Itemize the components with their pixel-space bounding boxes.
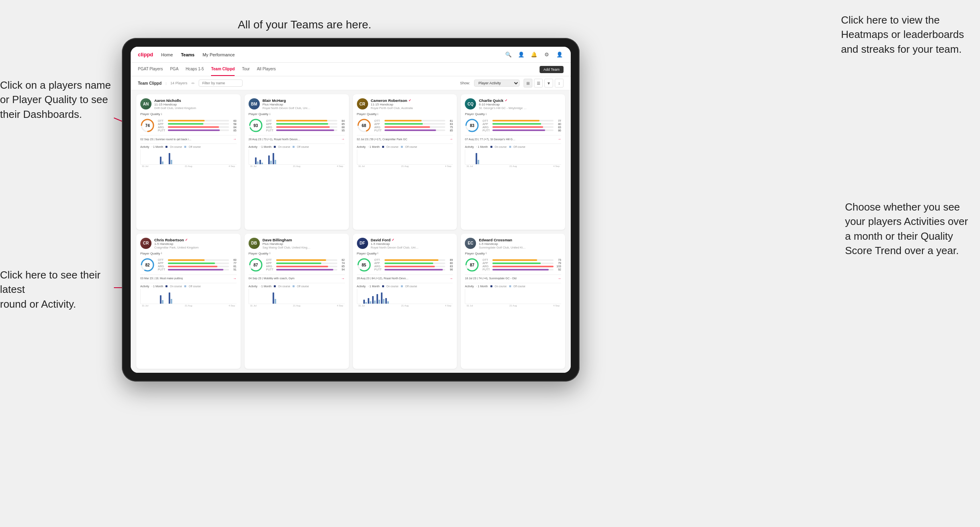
edit-icon[interactable]: ✏ [191,81,195,86]
chart-bar-on [259,160,261,164]
stat-label: ARG [158,265,167,268]
activity-header: Activity · 1 Month On course Off course [357,145,453,148]
player-avatar: CR [357,98,368,109]
bell-icon[interactable]: 🔔 [530,51,538,59]
player-name[interactable]: Chris Robertson ✓ [154,238,237,242]
stat-value: 103 [555,265,561,268]
player-avatar: CR [140,238,151,249]
latest-round[interactable]: 04 Sep 23 | Mobility with coach, Gym → [249,274,345,280]
player-name[interactable]: Aaron Nicholls [154,98,237,103]
activity-section: Activity · 1 Month On course Off course [140,283,237,307]
stat-label: APP [482,123,491,125]
legend-on-label: On course [278,285,290,288]
sub-nav-hcaps[interactable]: Hcaps 1-5 [186,63,204,76]
latest-round[interactable]: 26 Aug 23 | 84 (+12), Royal North Devon … [357,274,453,280]
grid-view-button[interactable]: ⊞ [524,79,532,88]
player-name[interactable]: Charlie Quick ✓ [479,98,561,103]
player-card[interactable]: CQ Charlie Quick ✓ 6-10 Handicap St. Geo… [461,94,565,230]
player-card[interactable]: CR Cameron Robertson ✓ 11-15 Handicap Ro… [353,94,457,230]
player-card[interactable]: BM Blair McHarg Plus Handicap Royal Nort… [245,94,349,230]
stat-label: APP [266,123,275,125]
sub-nav-pga[interactable]: PGA [170,63,178,76]
stat-bar-bg [492,129,554,131]
round-text: 02 Sep 23 | Sunrise round to get back in… [140,138,192,141]
latest-round[interactable]: 26 Aug 23 | 73 (+1), Royal North Devon G… [249,135,345,141]
stat-row-putt: PUTT 85 [374,129,453,132]
round-text: 03 Mar 23 | 19; Must make putting [140,277,183,280]
quality-section: 87 OTT 73 APP 79 ARG 103 PUTT 92 [465,258,561,272]
sub-nav-tour[interactable]: Tour [242,63,249,76]
search-input[interactable] [199,80,243,87]
stat-row-ott: OTT 60 [158,119,237,122]
latest-round[interactable]: 18 Jul 23 | 74 (+4), Sunningdale GC - Ol… [465,274,561,280]
player-card[interactable]: EC Edward Crossman 1-5 Handicap Sunningd… [461,234,565,369]
chart-label-end: 4 Sep [553,304,560,307]
player-card[interactable]: CR Chris Robertson ✓ 1-5 Handicap Craigm… [136,234,241,369]
nav-item-teams[interactable]: Teams [181,52,195,57]
chart-bar-off [387,301,389,304]
player-card[interactable]: DB Dave Billingham Plus Handicap Sag Mai… [245,234,349,369]
quality-section: 82 OTT 60 APP 77 ARG 81 PUTT 91 [140,258,237,272]
latest-round[interactable]: 02 Jul 23 | 59 (+17), Craigmillar Park G… [357,135,453,141]
chart-bar-off [275,160,276,164]
stat-bar-fill [492,123,541,125]
nav-item-home[interactable]: Home [161,52,173,57]
player-card[interactable]: DF David Ford ✓ 1-5 Handicap Royal North… [353,234,457,369]
chart-labels: 31 Jul 21 Aug 4 Sep [357,165,453,167]
list-view-button[interactable]: ☰ [534,79,543,88]
player-handicap: 11-15 Handicap [371,103,453,106]
player-name[interactable]: Blair McHarg [263,98,345,103]
quality-circle[interactable]: 74 [140,118,155,133]
chart-label-mid: 21 Aug [509,304,517,307]
player-name[interactable]: Cameron Robertson ✓ [371,98,453,103]
player-name[interactable]: David Ford ✓ [371,238,453,242]
player-card[interactable]: AN Aaron Nicholls 11-15 Handicap Drift G… [136,94,241,230]
sort-button[interactable]: ↕ [555,79,564,88]
quality-circle[interactable]: 83 [465,118,479,133]
activity-section: Activity · 1 Month On course Off course [357,283,453,307]
latest-round[interactable]: 03 Mar 23 | 19; Must make putting → [140,274,237,280]
settings-icon[interactable]: ⚙ [543,51,551,59]
player-name[interactable]: Edward Crossman [479,238,561,242]
stat-bar-bg [168,263,229,264]
add-team-button[interactable]: Add Team [540,66,564,73]
search-icon[interactable]: 🔍 [504,51,512,59]
sub-nav-team-clippd[interactable]: Team Clippd [211,63,235,76]
stats-bars: OTT 73 APP 79 ARG 103 PUTT 92 [482,259,561,271]
sub-nav-pgat[interactable]: PGAT Players [138,63,163,76]
view-icons: ⊞ ☰ ▼ ↕ [524,79,564,88]
quality-circle[interactable]: 85 [357,258,371,272]
quality-number: 93 [253,123,258,128]
quality-circle[interactable]: 68 [357,118,371,133]
stat-label: PUTT [482,129,491,132]
legend-on-label: On course [170,145,182,148]
legend-on-dot [382,146,384,148]
stat-row-ott: OTT 82 [266,259,345,261]
stat-row-arg: ARG 81 [158,265,237,268]
user-icon[interactable]: 👤 [517,51,525,59]
stat-row-arg: ARG 85 [266,265,345,268]
player-name[interactable]: Dave Billingham [263,238,345,242]
round-text: 18 Jul 23 | 74 (+4), Sunningdale GC - Ol… [465,277,516,280]
latest-round[interactable]: 07 Aug 23 | 77 (+7), St George's Hill GC… [465,135,561,141]
latest-round[interactable]: 02 Sep 23 | Sunrise round to get back in… [140,135,237,141]
stat-row-arg: ARG 103 [482,265,561,268]
chart-bar-off [478,160,479,164]
nav-item-performance[interactable]: My Performance [203,52,235,57]
quality-section: 87 OTT 82 APP 74 ARG 85 PUTT 94 [249,258,345,272]
filter-button[interactable]: ▼ [544,79,553,88]
quality-circle[interactable]: 93 [249,118,263,133]
quality-circle[interactable]: 82 [140,258,155,272]
stat-bar-bg [168,123,229,125]
sub-nav-all-players[interactable]: All Players [257,63,276,76]
show-select[interactable]: Player Activity Quality Score Trend [474,80,520,87]
quality-circle[interactable]: 87 [249,258,263,272]
round-arrow-icon: → [233,137,237,141]
activity-header: Activity · 1 Month On course Off course [249,145,345,148]
stat-bar-fill [276,259,326,261]
annotation-left-top: Click on a players nameor Player Quality… [0,78,111,121]
stat-bar-fill [492,129,545,131]
quality-circle[interactable]: 87 [465,258,479,272]
avatar-icon[interactable]: 👤 [556,51,564,59]
stat-row-putt: PUTT 91 [158,268,237,271]
